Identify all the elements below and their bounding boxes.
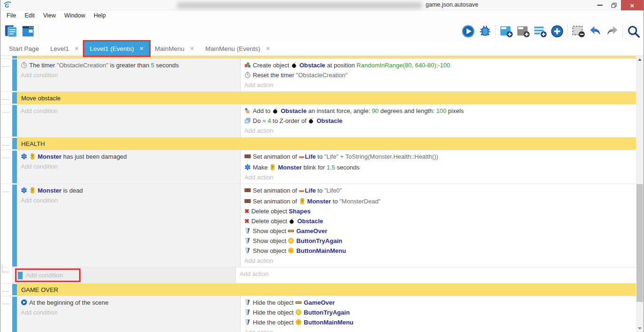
action-line[interactable]: Hide the object ButtonMainMenu — [244, 317, 632, 327]
comment-body[interactable]: GAME OVER — [17, 283, 636, 296]
action-line[interactable]: Show object GameOver — [244, 226, 632, 236]
undo-button[interactable] — [587, 23, 604, 40]
add-condition-placeholder[interactable]: Add condition — [21, 106, 236, 116]
debug-button[interactable] — [476, 23, 493, 40]
add-condition-placeholder[interactable]: Add condition — [26, 270, 63, 280]
add-condition-placeholder[interactable]: Add condition — [21, 70, 236, 80]
event-color-bar — [12, 59, 17, 91]
action-line[interactable]: Make Monster blink for 1.5 seconds — [244, 162, 632, 172]
add-condition-annotation-box: Add condition — [15, 268, 80, 282]
add-action-placeholder[interactable]: Add action — [244, 256, 632, 266]
tab-mainmenu-events[interactable]: MainMenu (Events)× — [200, 41, 275, 56]
action-line[interactable]: Do = 4 to Z-order of Obstacle — [244, 116, 632, 126]
action-line[interactable]: Hide the object GameOver — [244, 298, 632, 308]
actions-area[interactable]: Set animation of ♥♥♥Life to "Life" + ToS… — [241, 150, 636, 184]
condition-line[interactable]: Monster is dead — [21, 186, 236, 195]
toolbar-separator — [622, 24, 623, 38]
comment-body[interactable]: Move obstacle — [17, 92, 636, 104]
scroll-down-arrow-icon[interactable] — [636, 325, 644, 332]
add-action-placeholder[interactable]: Add action — [244, 327, 632, 332]
search-button[interactable] — [625, 23, 642, 40]
add-condition-placeholder[interactable]: Add condition — [21, 308, 236, 317]
action-line[interactable]: Set animation of ♥♥♥Life to "Life" + ToS… — [244, 152, 632, 162]
actions-area[interactable]: Create object Obstacle at position Rando… — [241, 59, 636, 91]
event-gutter — [0, 184, 12, 267]
close-button[interactable]: × — [621, 0, 644, 10]
conditions-area[interactable]: Monster has just been damagedAdd conditi… — [17, 150, 241, 184]
vertical-scrollbar[interactable] — [636, 56, 644, 332]
tab-close-icon[interactable]: × — [190, 45, 194, 52]
add-action-placeholder[interactable]: Add action — [244, 80, 632, 90]
add-subevent-button[interactable] — [515, 23, 531, 40]
scrollbar-thumb[interactable] — [636, 184, 643, 302]
action-line[interactable]: Reset the timer "ObstacleCreation" — [244, 70, 632, 80]
project-manager-icon — [4, 24, 18, 38]
scene-begin-icon — [21, 299, 27, 306]
restore-button[interactable] — [607, 0, 621, 10]
add-action-placeholder[interactable]: Add action — [244, 126, 632, 136]
redo-button[interactable] — [604, 23, 620, 40]
tab-start-page[interactable]: Start Page — [3, 41, 45, 56]
actions-area[interactable]: Hide the object GameOverHide the object … — [241, 296, 636, 332]
behavior-icon — [244, 164, 251, 170]
bomb-icon — [308, 117, 314, 124]
button2-icon — [288, 247, 294, 254]
condition-line[interactable]: The timer "ObstacleCreation" is greater … — [21, 60, 236, 70]
tree-tick — [2, 112, 9, 113]
play-button[interactable] — [459, 23, 476, 40]
menu-item-help[interactable]: Help — [89, 11, 110, 20]
event-gutter — [0, 59, 12, 91]
action-line[interactable]: Set animation of Monster to "MonsterDead… — [244, 196, 632, 206]
menu-item-view[interactable]: View — [39, 11, 60, 20]
condition-line[interactable]: Monster has just been damaged — [21, 152, 236, 162]
action-line[interactable]: Create object Obstacle at position Rando… — [244, 60, 632, 70]
actions-area[interactable]: Set animation of ♥♥♥Life to "Life0"Set a… — [241, 184, 636, 267]
events-list: The timer "ObstacleCreation" is greater … — [0, 56, 636, 332]
title-bar: G game.json.autosave × — [0, 0, 644, 10]
menu-item-window[interactable]: Window — [60, 11, 89, 20]
project-manager-button[interactable] — [2, 23, 19, 40]
event-row-empty-selected[interactable]: Add conditionAdd action — [0, 267, 636, 283]
event-color-bar — [12, 284, 17, 295]
condition-line[interactable]: At the beginning of the scene — [21, 298, 236, 308]
bomb-icon — [289, 218, 295, 224]
action-line[interactable]: ✖Delete object Shapes — [244, 206, 632, 216]
action-line[interactable]: Hide the object ButtonTryAgain — [244, 308, 632, 317]
event-color-bar — [12, 92, 17, 104]
add-condition-placeholder[interactable]: Add condition — [21, 162, 236, 171]
tab-close-icon[interactable]: × — [75, 45, 79, 52]
add-comment-button[interactable] — [531, 23, 548, 40]
tab-level1[interactable]: Level1× — [45, 41, 84, 56]
add-action-placeholder[interactable]: Add action — [244, 172, 632, 182]
actions-area[interactable]: Add to Obstacle an instant force, angle:… — [241, 105, 636, 137]
visibility-icon — [244, 299, 251, 306]
actions-area[interactable]: Add action — [236, 267, 636, 283]
event-drag-handle[interactable] — [18, 272, 23, 279]
menu-item-edit[interactable]: Edit — [20, 11, 39, 20]
scroll-up-arrow-icon[interactable] — [636, 56, 644, 63]
add-event-button[interactable] — [498, 23, 515, 40]
action-line[interactable]: ✖Delete object Obstacle — [244, 216, 632, 226]
conditions-area[interactable]: Add condition — [12, 267, 236, 283]
editor-window-button[interactable] — [19, 23, 36, 40]
add-circle-button[interactable] — [548, 23, 565, 40]
conditions-area[interactable]: At the beginning of the sceneAdd conditi… — [17, 296, 241, 332]
conditions-area[interactable]: Add condition — [17, 105, 241, 137]
action-line[interactable]: Add to Obstacle an instant force, angle:… — [244, 106, 632, 116]
tab-close-icon[interactable]: × — [140, 45, 144, 52]
add-action-placeholder[interactable]: Add action — [240, 269, 632, 279]
action-line[interactable]: Show object ButtonMainMenu — [244, 246, 632, 256]
tab-mainmenu[interactable]: MainMenu× — [149, 41, 200, 56]
comment-body[interactable]: HEALTH — [17, 138, 636, 150]
tab-close-icon[interactable]: × — [266, 45, 270, 52]
menu-item-file[interactable]: File — [2, 11, 20, 20]
action-line[interactable]: Set animation of ♥♥♥Life to "Life0" — [244, 186, 632, 196]
conditions-area[interactable]: The timer "ObstacleCreation" is greater … — [17, 59, 241, 91]
remove-event-button[interactable] — [570, 23, 587, 40]
add-condition-placeholder[interactable]: Add condition — [21, 195, 236, 205]
minimize-button[interactable] — [593, 0, 607, 10]
conditions-area[interactable]: Monster is deadAdd condition — [17, 184, 241, 267]
tab-level1-events[interactable]: Level1 (Events)× — [84, 41, 149, 56]
action-line[interactable]: Show object ButtonTryAgain — [244, 236, 632, 246]
tab-bar: Start PageLevel1×Level1 (Events)×MainMen… — [0, 41, 644, 56]
